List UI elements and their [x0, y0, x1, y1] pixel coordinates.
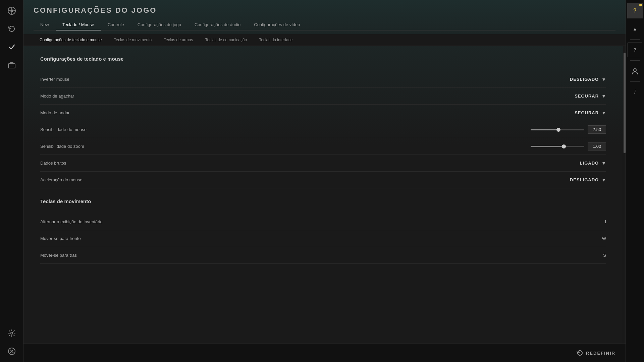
- tab-config-video[interactable]: Configurações de vídeo: [247, 19, 307, 31]
- dropdown-value-modo-andar: SEGURAR: [575, 110, 599, 115]
- settings-panel: Configurações de teclado e mouse Inverte…: [23, 46, 623, 344]
- control-sensibilidade-mouse: 2.50: [531, 125, 606, 134]
- control-inverter-mouse: DESLIGADO ▼: [562, 77, 606, 82]
- setting-row-alternar-inventario: Alternar a exibição do inventário I: [40, 214, 606, 230]
- setting-row-aceleracao-mouse: Aceleração do mouse DESLIGADO ▼: [40, 172, 606, 188]
- subtab-teclas-comunicacao[interactable]: Teclas de comunicação: [199, 34, 253, 46]
- svg-point-7: [11, 332, 13, 334]
- sidebar-icon-close[interactable]: [4, 344, 19, 359]
- dropdown-arrow-inverter-mouse: ▼: [601, 77, 606, 82]
- control-sensibilidade-zoom: 1.00: [531, 142, 606, 150]
- dropdown-aceleracao-mouse[interactable]: DESLIGADO ▼: [562, 177, 606, 183]
- left-sidebar: [0, 0, 23, 362]
- dropdown-value-inverter-mouse: DESLIGADO: [570, 77, 599, 82]
- scrollbar-thumb[interactable]: [624, 53, 626, 153]
- dropdown-modo-agachar[interactable]: SEGURAR ▼: [562, 94, 606, 99]
- sub-tabs-bar: Configurações de teclado e mouse Teclas …: [23, 34, 626, 46]
- main-tabs: New Teclado / Mouse Controle Configuraçõ…: [34, 19, 615, 31]
- svg-point-11: [634, 69, 636, 71]
- setting-row-dados-brutos: Dados brutos LIGADO ▼: [40, 155, 606, 172]
- header: CONFIGURAÇÕES DO JOGO New Teclado / Mous…: [23, 0, 626, 34]
- label-alternar-inventario: Alternar a exibição do inventário: [40, 219, 579, 224]
- dropdown-modo-andar[interactable]: SEGURAR ▼: [562, 110, 606, 116]
- control-modo-andar: SEGURAR ▼: [562, 110, 606, 116]
- slider-track-sensibilidade-zoom[interactable]: [531, 146, 584, 147]
- subtab-teclas-interface[interactable]: Teclas da interface: [253, 34, 299, 46]
- section2-title: Teclas de movimento: [40, 198, 606, 207]
- subtab-teclas-movimento[interactable]: Teclas de movimento: [108, 34, 158, 46]
- dropdown-arrow-aceleracao-mouse: ▼: [601, 177, 606, 183]
- key-binding-alternar-inventario[interactable]: I: [579, 219, 606, 224]
- scrollbar[interactable]: [623, 46, 626, 344]
- setting-row-mover-frente: Mover-se para frente W: [40, 230, 606, 247]
- main-area: CONFIGURAÇÕES DO JOGO New Teclado / Mous…: [23, 0, 626, 362]
- bottom-bar: REDEFINIR: [23, 344, 626, 362]
- dropdown-arrow-dados-brutos: ▼: [601, 161, 606, 166]
- right-icon-help[interactable]: ?: [627, 3, 643, 18]
- control-dados-brutos: LIGADO ▼: [562, 161, 606, 166]
- svg-point-1: [10, 9, 13, 12]
- reset-icon: [577, 350, 583, 356]
- label-modo-agachar: Modo de agachar: [40, 94, 562, 99]
- right-divider-2: [630, 60, 640, 61]
- slider-track-sensibilidade-mouse[interactable]: [531, 129, 584, 130]
- tab-config-jogo[interactable]: Configurações do jogo: [131, 19, 188, 31]
- tab-teclado-mouse[interactable]: Teclado / Mouse: [56, 19, 101, 31]
- sidebar-icon-briefcase[interactable]: [4, 58, 19, 72]
- key-binding-mover-frente[interactable]: W: [579, 236, 606, 241]
- dropdown-value-modo-agachar: SEGURAR: [575, 94, 599, 99]
- label-sensibilidade-zoom: Sensibilidade do zoom: [40, 144, 531, 149]
- reset-label: REDEFINIR: [586, 351, 615, 356]
- label-dados-brutos: Dados brutos: [40, 161, 562, 166]
- sidebar-icon-home[interactable]: [4, 3, 19, 18]
- dropdown-dados-brutos[interactable]: LIGADO ▼: [562, 161, 606, 166]
- tab-controle[interactable]: Controle: [101, 19, 131, 31]
- dropdown-arrow-modo-andar: ▼: [601, 110, 606, 116]
- slider-value-sensibilidade-zoom[interactable]: 1.00: [588, 142, 606, 150]
- right-icon-up[interactable]: ▲: [628, 21, 642, 36]
- label-mover-frente: Mover-se para frente: [40, 236, 579, 241]
- dropdown-arrow-modo-agachar: ▼: [601, 94, 606, 99]
- label-inverter-mouse: Inverter mouse: [40, 77, 562, 82]
- sidebar-icon-settings[interactable]: [4, 326, 19, 341]
- subtab-config-teclado-mouse[interactable]: Configurações de teclado e mouse: [34, 34, 108, 46]
- right-sidebar: ? ▲ ? i: [626, 0, 644, 362]
- setting-row-sensibilidade-zoom: Sensibilidade do zoom 1.00: [40, 138, 606, 155]
- right-divider-3: [630, 81, 640, 82]
- dropdown-value-dados-brutos: LIGADO: [580, 161, 599, 166]
- control-aceleracao-mouse: DESLIGADO ▼: [562, 177, 606, 183]
- control-modo-agachar: SEGURAR ▼: [562, 94, 606, 99]
- sidebar-icon-check[interactable]: [4, 40, 19, 54]
- tab-new[interactable]: New: [34, 19, 56, 31]
- right-icon-question[interactable]: ?: [628, 43, 642, 57]
- dropdown-value-aceleracao-mouse: DESLIGADO: [570, 177, 599, 182]
- setting-row-sensibilidade-mouse: Sensibilidade do mouse 2.50: [40, 121, 606, 138]
- right-divider-1: [630, 39, 640, 40]
- subtab-teclas-armas[interactable]: Teclas de armas: [158, 34, 199, 46]
- help-badge: [639, 4, 642, 6]
- label-aceleracao-mouse: Aceleração do mouse: [40, 177, 562, 182]
- sidebar-icon-refresh[interactable]: [4, 21, 19, 36]
- slider-value-sensibilidade-mouse[interactable]: 2.50: [588, 125, 606, 134]
- label-mover-tras: Mover-se para trás: [40, 253, 579, 258]
- label-sensibilidade-mouse: Sensibilidade do mouse: [40, 127, 531, 132]
- content-area: Configurações de teclado e mouse Inverte…: [23, 46, 626, 344]
- label-modo-andar: Modo de andar: [40, 110, 562, 115]
- setting-row-modo-andar: Modo de andar SEGURAR ▼: [40, 105, 606, 121]
- right-icon-profile[interactable]: [628, 64, 642, 78]
- tab-config-audio[interactable]: Configurações de áudio: [188, 19, 247, 31]
- setting-row-mover-tras: Mover-se para trás S: [40, 247, 606, 264]
- setting-row-inverter-mouse: Inverter mouse DESLIGADO ▼: [40, 71, 606, 88]
- svg-rect-6: [8, 64, 15, 68]
- reset-button[interactable]: REDEFINIR: [577, 350, 615, 356]
- setting-row-modo-agachar: Modo de agachar SEGURAR ▼: [40, 88, 606, 105]
- page-title: CONFIGURAÇÕES DO JOGO: [34, 6, 615, 15]
- key-binding-mover-tras[interactable]: S: [579, 253, 606, 258]
- section1-title: Configurações de teclado e mouse: [40, 56, 606, 64]
- right-icon-info[interactable]: i: [628, 85, 642, 100]
- dropdown-inverter-mouse[interactable]: DESLIGADO ▼: [562, 77, 606, 82]
